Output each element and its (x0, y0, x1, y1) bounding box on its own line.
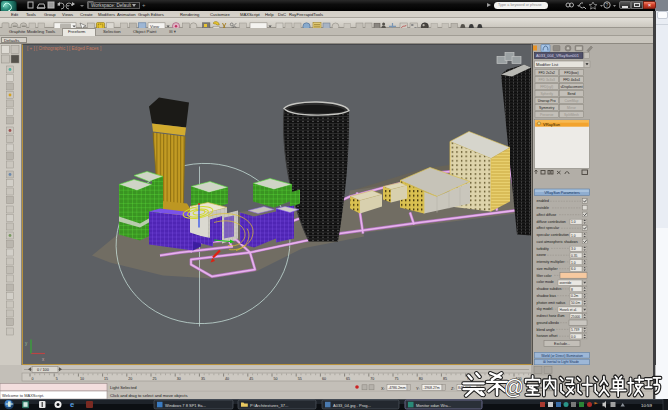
svg-text:vDisplacement: vDisplacement (560, 85, 582, 89)
svg-text:1.0: 1.0 (571, 234, 576, 238)
svg-text:A033_04.jpg - Prog...: A033_04.jpg - Prog... (333, 403, 371, 408)
svg-text:y: y (25, 340, 28, 345)
svg-text:Welcome to MAXScript.: Welcome to MAXScript. (2, 393, 44, 398)
svg-text:SplitMesh: SplitMesh (564, 113, 579, 117)
svg-text:Windows 7 8 SP1 Ea...: Windows 7 8 SP1 Ea... (165, 403, 206, 408)
svg-text:6.0: 6.0 (571, 267, 576, 271)
svg-text:shadow subdivs: shadow subdivs (537, 287, 562, 291)
svg-text:FFD 4x4x4: FFD 4x4x4 (563, 78, 580, 82)
svg-text:3.0: 3.0 (571, 247, 576, 251)
svg-text:50: 50 (274, 377, 278, 381)
svg-text:Bend: Bend (568, 92, 576, 96)
svg-text:Hosek et al.: Hosek et al. (560, 308, 577, 312)
svg-text:A033_004_VRaySun001: A033_004_VRaySun001 (536, 53, 579, 58)
svg-text:Modifier List: Modifier List (536, 62, 559, 67)
svg-text:X:: X: (381, 386, 385, 391)
svg-text:photon emit radius: photon emit radius (537, 301, 566, 305)
svg-text:70: 70 (370, 377, 374, 381)
svg-text:FFD 2x2x2: FFD 2x2x2 (538, 71, 555, 75)
svg-text:Mirror: Mirror (567, 106, 577, 110)
svg-text:10: 10 (80, 377, 84, 381)
svg-text:affect diffuse: affect diffuse (537, 213, 557, 217)
svg-text:5: 5 (56, 377, 58, 381)
svg-text:-1968.27m: -1968.27m (423, 386, 440, 390)
svg-text:diffuse contribution: diffuse contribution (537, 220, 566, 224)
svg-text:CamMap: CamMap (565, 99, 579, 103)
svg-text:turbidity: turbidity (537, 247, 550, 251)
svg-text:invisible: invisible (537, 206, 550, 210)
svg-text:shadow bias: shadow bias (537, 294, 557, 298)
svg-text:Monitor odan Wra...: Monitor odan Wra... (416, 403, 451, 408)
svg-text:color mode: color mode (537, 280, 554, 284)
svg-text:75: 75 (395, 377, 399, 381)
svg-text:e: e (70, 400, 74, 409)
svg-text:0.2m: 0.2m (571, 294, 579, 298)
svg-text:cast atmospheric shadows: cast atmospheric shadows (537, 240, 578, 244)
svg-text:20: 20 (128, 377, 132, 381)
svg-text:-4786.2mm: -4786.2mm (388, 386, 406, 390)
svg-text:35: 35 (201, 377, 205, 381)
svg-text:affect specular: affect specular (537, 226, 561, 230)
svg-text:15: 15 (104, 377, 108, 381)
svg-text:World (or Direct) Illumination: World (or Direct) Illumination (541, 354, 583, 358)
svg-text:25: 25 (153, 377, 157, 381)
svg-text:blend angle: blend angle (537, 328, 555, 332)
svg-text:25000: 25000 (571, 315, 580, 319)
svg-text:80: 80 (419, 377, 423, 381)
svg-text:Unwrap Pro: Unwrap Pro (538, 99, 556, 103)
svg-text:sky model: sky model (537, 307, 553, 311)
svg-text:Click and drag to select and m: Click and drag to select and move object… (110, 393, 188, 398)
svg-text:30: 30 (177, 377, 181, 381)
svg-text:0 / 100: 0 / 100 (37, 367, 50, 372)
svg-text:indirect horiz illum: indirect horiz illum (537, 314, 565, 318)
svg-text:x: x (42, 356, 45, 361)
svg-text:FFD(cyl): FFD(cyl) (540, 85, 553, 89)
svg-text:size multiplier: size multiplier (537, 267, 559, 271)
svg-text:horizon offset: horizon offset (537, 334, 558, 338)
svg-text:enabled: enabled (537, 199, 550, 203)
svg-text:1.0: 1.0 (571, 261, 576, 265)
svg-text:intensity multiplier: intensity multiplier (537, 260, 566, 264)
svg-text:Light Selected: Light Selected (110, 385, 137, 390)
svg-text:Y:: Y: (416, 386, 420, 391)
svg-text:VRaySun: VRaySun (543, 121, 560, 126)
svg-text:[ + ] [ Orthographic ] [ Edged: [ + ] [ Orthographic ] [ Edged Faces ] (27, 46, 101, 51)
svg-text:filter color: filter color (537, 274, 553, 278)
svg-text:FFD(box): FFD(box) (564, 71, 578, 75)
svg-text:55: 55 (298, 377, 302, 381)
svg-text:VRaySun Parameters: VRaySun Parameters (544, 190, 580, 194)
svg-text:8: 8 (571, 288, 573, 292)
svg-text:0: 0 (32, 377, 34, 381)
svg-text:5.739: 5.739 (571, 328, 579, 332)
svg-text:60: 60 (322, 377, 326, 381)
svg-text:0.0: 0.0 (571, 335, 576, 339)
svg-text:FFD 3x3x3: FFD 3x3x3 (538, 78, 555, 82)
svg-text:Exclude...: Exclude... (554, 342, 570, 346)
svg-text:85: 85 (443, 377, 447, 381)
svg-text:40: 40 (225, 377, 229, 381)
svg-text:override: override (560, 281, 572, 285)
svg-text:Symmetry: Symmetry (539, 106, 555, 110)
svg-text:ground albedo: ground albedo (537, 321, 559, 325)
svg-text:0.35: 0.35 (571, 254, 578, 258)
svg-text:?: ? (606, 2, 609, 8)
svg-text:1.0: 1.0 (571, 220, 576, 224)
svg-text:⊞ Inertial to Light Shade: ⊞ Inertial to Light Shade (543, 360, 579, 364)
svg-text:specular contribution: specular contribution (537, 233, 569, 237)
svg-text:Preserve: Preserve (540, 113, 554, 117)
svg-text:@: @ (504, 376, 524, 398)
svg-text:P:\Architextures_37...: P:\Architextures_37... (250, 403, 288, 408)
svg-text:65: 65 (346, 377, 350, 381)
svg-text:Spherify: Spherify (540, 92, 553, 96)
svg-text:50.0m: 50.0m (571, 301, 580, 305)
svg-text:ozone: ozone (537, 253, 547, 257)
svg-text:45: 45 (249, 377, 253, 381)
